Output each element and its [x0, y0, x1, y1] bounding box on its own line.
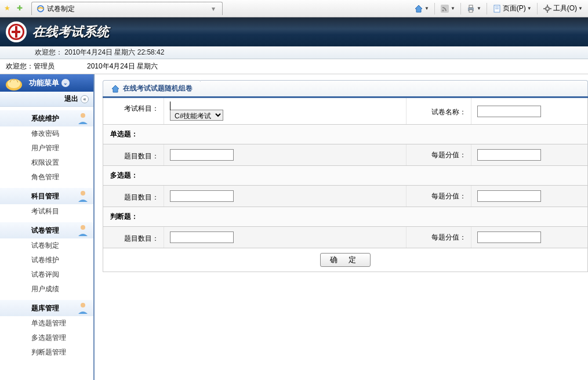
sidebar-item-singlemgmt[interactable]: 单选题管理 — [0, 316, 93, 331]
person-icon — [76, 189, 90, 203]
chevron-down-icon: ▼ — [527, 6, 532, 11]
sidebar-item-label: 试卷维护 — [31, 255, 59, 265]
separator — [460, 3, 461, 15]
print-button[interactable]: ▼ — [463, 2, 484, 15]
content-tab-active[interactable]: 在线考试试题随机组卷 — [103, 80, 201, 96]
papername-cell — [471, 98, 587, 124]
judge-count-input[interactable] — [170, 231, 234, 243]
papername-label: 试卷名称： — [406, 98, 471, 124]
multi-count-input[interactable] — [170, 190, 234, 202]
submit-button[interactable]: 确 定 — [320, 253, 371, 267]
text-caret-icon — [170, 102, 170, 110]
app-header: 在线考试系统 — [0, 17, 588, 46]
sidebar-item-paperreview[interactable]: 试卷评阅 — [0, 267, 93, 282]
count-label: 题目数目： — [103, 144, 164, 165]
multi-score-cell — [471, 186, 587, 207]
row-judge-values: 题目数目： 每题分值： — [103, 226, 587, 248]
tab-title: 试卷制定 — [47, 4, 75, 14]
sidebar-item-judgemgmt[interactable]: 判断题管理 — [0, 345, 93, 360]
page-icon — [492, 4, 502, 13]
person-icon — [76, 301, 90, 315]
separator — [537, 3, 538, 15]
papername-input[interactable] — [477, 106, 541, 117]
content-tabs: 在线考试试题随机组卷 — [103, 80, 588, 98]
svg-point-16 — [81, 113, 85, 118]
person-icon — [76, 111, 90, 125]
single-score-input[interactable] — [477, 149, 541, 161]
multi-score-input[interactable] — [477, 190, 541, 202]
page-menu-button[interactable]: 页面(P) ▼ — [489, 2, 535, 15]
tab-spacer — [201, 80, 588, 96]
add-favorite-icon[interactable]: ✚ — [17, 4, 26, 13]
svg-point-19 — [81, 303, 85, 307]
sidebar-item-label: 修改密码 — [31, 129, 59, 139]
subject-cell: C#技能考试 — [164, 98, 406, 124]
sidebar-item-userscore[interactable]: 用户成绩 — [0, 282, 93, 296]
favorites-star-icon[interactable]: ★ — [4, 4, 13, 13]
chevron-down-icon: ▼ — [424, 6, 429, 11]
sidebar-header[interactable]: 功能菜单 ⌄ — [0, 74, 93, 92]
svg-rect-5 — [469, 10, 473, 12]
sidebar-item-label: 角色管理 — [31, 172, 59, 182]
welcome-bar: 欢迎您： 2010年4月24日 星期六 22:58:42 — [0, 46, 588, 59]
sidebar-item-rolemgmt[interactable]: 角色管理 — [0, 170, 93, 184]
score-label: 每题分值： — [406, 227, 471, 248]
sidebar-group-question[interactable]: 题库管理 — [0, 300, 93, 316]
judge-score-cell — [471, 227, 587, 248]
app-logo — [6, 21, 27, 42]
single-count-input[interactable] — [170, 149, 234, 161]
person-icon — [76, 223, 90, 237]
sidebar-item-permission[interactable]: 权限设置 — [0, 155, 93, 170]
sidebar-group-paper[interactable]: 试卷管理 — [0, 222, 93, 238]
svg-point-18 — [81, 225, 85, 230]
sidebar-item-label: 试卷制定 — [31, 241, 59, 251]
exit-label: 退出 — [64, 94, 78, 104]
sidebar-group-subject[interactable]: 科目管理 — [0, 188, 93, 204]
sidebar-item-papermaintain[interactable]: 试卷维护 — [0, 253, 93, 267]
sidebar-item-papermake[interactable]: 试卷制定 — [0, 238, 93, 253]
sidebar-menu: 系统维护 修改密码 用户管理 权限设置 角色管理 科目管理 考试科目 试卷管理 … — [0, 107, 93, 380]
count-label: 题目数目： — [103, 186, 164, 207]
content-tab-label: 在线考试试题随机组卷 — [123, 84, 193, 93]
score-label: 每题分值： — [406, 144, 471, 165]
tab-close-icon[interactable]: ▾ — [209, 5, 217, 13]
browser-toolbar: ★ ✚ 试卷制定 ▾ ▼ ▼ ▼ 页面(P) ▼ 工具( — [0, 0, 588, 17]
svg-rect-4 — [469, 5, 473, 8]
single-score-cell — [471, 144, 587, 165]
sidebar-group-label: 试卷管理 — [31, 226, 59, 236]
rss-button[interactable]: ▼ — [437, 2, 458, 15]
tools-menu-button[interactable]: 工具(O) ▼ — [540, 2, 586, 15]
sidebar-group-label: 题库管理 — [31, 303, 59, 313]
judge-score-input[interactable] — [477, 231, 541, 243]
home-icon — [111, 85, 119, 93]
svg-point-2 — [442, 9, 444, 11]
sidebar: 功能菜单 ⌄ 退出 « 系统维护 修改密码 用户管理 权限设置 角色管理 科目管… — [0, 74, 95, 380]
welcome-text: 欢迎您： 2010年4月24日 星期六 22:58:42 — [35, 48, 164, 57]
sidebar-item-label: 多选题管理 — [31, 333, 66, 343]
home-button[interactable]: ▼ — [411, 2, 432, 15]
count-label: 题目数目： — [103, 227, 164, 248]
sidebar-item-label: 单选题管理 — [31, 319, 66, 328]
chevron-down-icon: ⌄ — [61, 79, 70, 87]
toolbar-right: ▼ ▼ ▼ 页面(P) ▼ 工具(O) ▼ — [411, 2, 586, 15]
chevron-down-icon: ▼ — [477, 6, 481, 11]
row-multi-values: 题目数目： 每题分值： — [103, 185, 587, 207]
app-title: 在线考试系统 — [32, 23, 109, 41]
sidebar-item-examsubject[interactable]: 考试科目 — [0, 204, 93, 219]
sidebar-item-multimgmt[interactable]: 多选题管理 — [0, 331, 93, 345]
subject-label: 考试科目： — [103, 98, 164, 124]
sidebar-item-changepwd[interactable]: 修改密码 — [0, 126, 93, 141]
subject-select[interactable]: C#技能考试 — [170, 110, 223, 121]
section-multi: 多选题： — [103, 165, 587, 185]
section-judge: 判断题： — [103, 207, 587, 226]
rss-icon — [440, 4, 449, 13]
sidebar-item-usermgmt[interactable]: 用户管理 — [0, 141, 93, 155]
sidebar-item-label: 用户成绩 — [31, 284, 59, 294]
welcome-bar-2: 欢迎您：管理员 2010年4月24日 星期六 — [0, 59, 588, 74]
browser-tab[interactable]: 试卷制定 ▾ — [31, 2, 223, 15]
chevron-down-icon: ▼ — [451, 6, 455, 11]
row-single-values: 题目数目： 每题分值： — [103, 144, 587, 165]
multi-count-cell — [164, 186, 406, 207]
sidebar-item-label: 试卷评阅 — [31, 270, 59, 280]
sidebar-group-system[interactable]: 系统维护 — [0, 110, 93, 126]
